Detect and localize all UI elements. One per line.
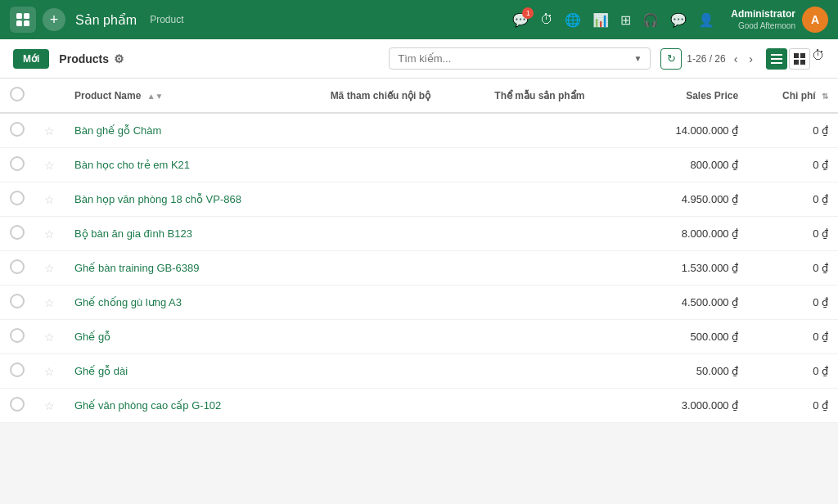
row-chi-phi: 0 ₫ <box>748 251 838 286</box>
row-checkbox[interactable] <box>0 182 34 217</box>
row-chi-phi: 0 ₫ <box>748 389 838 423</box>
row-sales-price: 3.000.000 ₫ <box>635 389 748 423</box>
bar-chart-icon[interactable]: 📊 <box>592 12 609 28</box>
navbar: + Sản phẩm Product 💬 1 ⏱ 🌐 📊 ⊞ 🎧 💬 👤 Adm… <box>0 0 838 39</box>
table-row: ☆ Ghế bàn training GB-6389 1.530.000 ₫ 0… <box>0 251 838 286</box>
row-product-name[interactable]: Ghế văn phòng cao cấp G-102 <box>65 389 321 423</box>
row-star[interactable]: ☆ <box>34 389 65 423</box>
row-the-mau <box>484 354 635 389</box>
row-the-mau <box>484 251 635 286</box>
row-the-mau <box>484 182 635 217</box>
row-ma-tham-chieu <box>321 182 485 217</box>
kanban-view-button[interactable] <box>789 48 810 70</box>
refresh-button[interactable]: ↻ <box>660 48 682 70</box>
svg-rect-10 <box>800 60 805 65</box>
row-checkbox[interactable] <box>0 113 34 148</box>
header-the-mau[interactable]: Thể mẫu sản phẩm <box>484 79 635 113</box>
notification-icon[interactable]: 💬 1 <box>512 12 529 28</box>
table-row: ☆ Ghế chống gù lưng A3 4.500.000 ₫ 0 ₫ <box>0 286 838 320</box>
table-row: ☆ Ghế văn phòng cao cấp G-102 3.000.000 … <box>0 389 838 423</box>
table-row: ☆ Ghế gỗ 500.000 ₫ 0 ₫ <box>0 320 838 354</box>
sort-icon-2: ⇅ <box>822 92 828 101</box>
header-ma-tham-chieu[interactable]: Mã tham chiếu nội bộ <box>321 79 485 113</box>
table-row: ☆ Bộ bàn ăn gia đình B123 8.000.000 ₫ 0 … <box>0 217 838 251</box>
table-row: ☆ Bàn học cho trẻ em K21 800.000 ₫ 0 ₫ <box>0 148 838 182</box>
row-product-name[interactable]: Bàn họp văn phòng 18 chỗ VP-868 <box>65 182 321 217</box>
chat-icon[interactable]: 💬 <box>670 12 687 28</box>
row-star[interactable]: ☆ <box>34 217 65 251</box>
row-chi-phi: 0 ₫ <box>748 217 838 251</box>
apps-icon[interactable] <box>10 7 36 33</box>
clock-icon[interactable]: ⏱ <box>540 12 553 27</box>
user-icon[interactable]: 👤 <box>698 12 714 28</box>
row-star[interactable]: ☆ <box>34 182 65 217</box>
row-the-mau <box>484 320 635 354</box>
list-view-button[interactable] <box>766 48 787 70</box>
header-sales-price[interactable]: Sales Price <box>635 79 748 113</box>
row-the-mau <box>484 389 635 423</box>
svg-rect-3 <box>24 20 29 26</box>
row-checkbox[interactable] <box>0 354 34 389</box>
row-product-name[interactable]: Ghế bàn training GB-6389 <box>65 251 321 286</box>
header-chi-phi[interactable]: Chi phí ⇅ <box>748 79 838 113</box>
add-icon[interactable]: + <box>43 8 65 31</box>
header-checkbox[interactable] <box>0 79 34 113</box>
navbar-user[interactable]: Administrator Good Afternoon A <box>731 7 828 33</box>
translate-icon[interactable]: 🌐 <box>565 12 581 28</box>
row-chi-phi: 0 ₫ <box>748 354 838 389</box>
row-star[interactable]: ☆ <box>34 148 65 182</box>
search-dropdown-icon[interactable]: ▼ <box>633 54 642 63</box>
row-chi-phi: 0 ₫ <box>748 148 838 182</box>
table-row: ☆ Bàn ghế gỗ Chàm 14.000.000 ₫ 0 ₫ <box>0 113 838 148</box>
row-product-name[interactable]: Ghế gỗ <box>65 320 321 354</box>
row-chi-phi: 0 ₫ <box>748 286 838 320</box>
svg-rect-5 <box>771 58 782 60</box>
row-ma-tham-chieu <box>321 251 485 286</box>
svg-rect-0 <box>16 13 22 19</box>
row-star[interactable]: ☆ <box>34 320 65 354</box>
row-product-name[interactable]: Ghế chống gù lưng A3 <box>65 286 321 320</box>
sub-header: Mới Products ⚙ ▼ ↻ 1-26 / 26 ‹ › <box>0 39 838 79</box>
row-star[interactable]: ☆ <box>34 286 65 320</box>
row-checkbox[interactable] <box>0 148 34 182</box>
row-star[interactable]: ☆ <box>34 354 65 389</box>
row-sales-price: 1.530.000 ₫ <box>635 251 748 286</box>
grid-icon[interactable]: ⊞ <box>620 12 631 28</box>
avatar[interactable]: A <box>802 7 828 33</box>
row-checkbox[interactable] <box>0 217 34 251</box>
row-chi-phi: 0 ₫ <box>748 113 838 148</box>
row-product-name[interactable]: Bộ bàn ăn gia đình B123 <box>65 217 321 251</box>
row-sales-price: 4.950.000 ₫ <box>635 182 748 217</box>
row-star[interactable]: ☆ <box>34 113 65 148</box>
row-chi-phi: 0 ₫ <box>748 320 838 354</box>
table-row: ☆ Bàn họp văn phòng 18 chỗ VP-868 4.950.… <box>0 182 838 217</box>
row-sales-price: 4.500.000 ₫ <box>635 286 748 320</box>
row-product-name[interactable]: Ghế gỗ dài <box>65 354 321 389</box>
filter-button[interactable]: ⏱ <box>812 48 825 70</box>
table-header: Product Name ▲▼ Mã tham chiếu nội bộ Thể… <box>0 79 838 113</box>
next-page-button[interactable]: › <box>746 51 756 67</box>
row-product-name[interactable]: Bàn học cho trẻ em K21 <box>65 148 321 182</box>
prev-page-button[interactable]: ‹ <box>731 51 741 67</box>
products-table: Product Name ▲▼ Mã tham chiếu nội bộ Thể… <box>0 79 838 423</box>
row-star[interactable]: ☆ <box>34 251 65 286</box>
new-button[interactable]: Mới <box>13 49 49 69</box>
row-chi-phi: 0 ₫ <box>748 182 838 217</box>
search-input[interactable] <box>398 52 628 65</box>
row-checkbox[interactable] <box>0 251 34 286</box>
row-product-name[interactable]: Bàn ghế gỗ Chàm <box>65 113 321 148</box>
row-ma-tham-chieu <box>321 389 485 423</box>
settings-icon[interactable]: ⚙ <box>114 52 124 65</box>
svg-rect-2 <box>16 20 22 26</box>
header-product-name[interactable]: Product Name ▲▼ <box>65 79 321 113</box>
svg-rect-8 <box>800 53 805 58</box>
row-checkbox[interactable] <box>0 320 34 354</box>
row-sales-price: 50.000 ₫ <box>635 354 748 389</box>
row-checkbox[interactable] <box>0 286 34 320</box>
row-the-mau <box>484 286 635 320</box>
row-sales-price: 8.000.000 ₫ <box>635 217 748 251</box>
row-checkbox[interactable] <box>0 389 34 423</box>
row-ma-tham-chieu <box>321 286 485 320</box>
headset-icon[interactable]: 🎧 <box>642 12 659 28</box>
svg-rect-6 <box>771 62 782 64</box>
